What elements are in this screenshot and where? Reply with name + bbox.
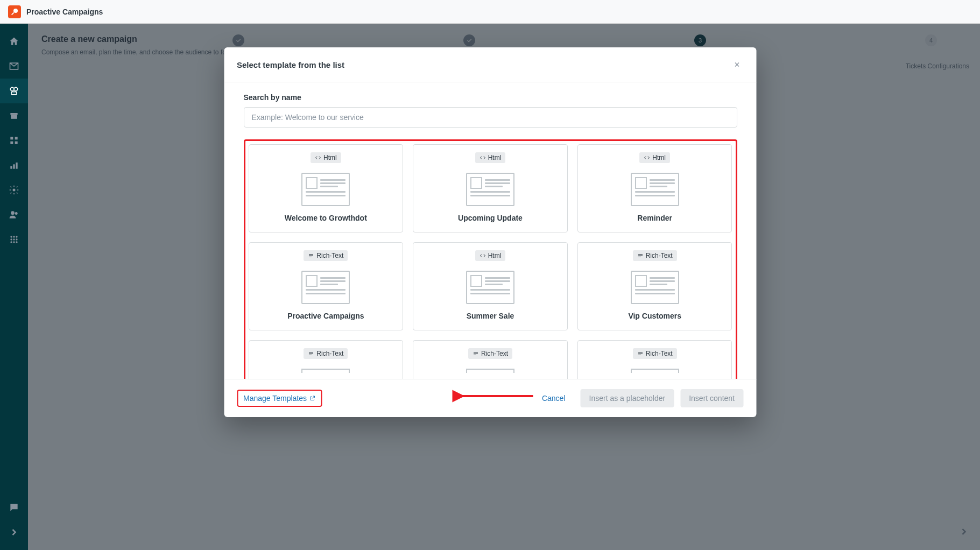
arrow-annotation	[452, 388, 538, 406]
template-type-badge: Rich-Text	[304, 250, 348, 261]
svg-point-22	[10, 241, 12, 243]
template-modal: Select template from the list Search by …	[224, 47, 756, 417]
template-type-badge: Html	[639, 152, 670, 163]
template-thumbnail	[630, 271, 679, 304]
template-name: Summer Sale	[466, 312, 514, 320]
sidebar-grid[interactable]	[0, 227, 28, 252]
template-type-badge: Html	[310, 152, 341, 163]
sidebar-settings[interactable]	[0, 178, 28, 202]
svg-rect-6	[10, 137, 13, 139]
svg-point-13	[13, 189, 16, 192]
template-type-badge: Rich-Text	[632, 250, 676, 261]
svg-rect-8	[10, 142, 13, 144]
template-card[interactable]: HtmlReminder	[577, 144, 732, 232]
sidebar-expand[interactable]	[0, 520, 28, 545]
modal-header: Select template from the list	[224, 47, 756, 82]
template-thumbnail	[301, 271, 350, 304]
template-thumbnail	[466, 173, 514, 206]
template-name: Welcome to Growthdot	[284, 214, 366, 222]
template-thumbnail	[466, 271, 514, 304]
svg-rect-10	[10, 166, 12, 169]
template-card[interactable]: HtmlWelcome to Growthdot	[248, 144, 403, 232]
close-icon[interactable]	[730, 58, 743, 71]
template-name: Upcoming Update	[458, 214, 523, 222]
template-thumbnail	[630, 369, 679, 373]
sidebar-users[interactable]	[0, 202, 28, 227]
external-link-icon	[309, 395, 315, 401]
modal-title: Select template from the list	[237, 60, 344, 69]
svg-point-17	[13, 236, 15, 237]
sidebar-chat[interactable]	[0, 495, 28, 520]
sidebar-home[interactable]	[0, 29, 28, 54]
template-card[interactable]: Rich-Text	[413, 340, 568, 379]
template-type-badge: Rich-Text	[468, 348, 512, 359]
svg-point-14	[11, 211, 15, 215]
sidebar-analytics[interactable]	[0, 153, 28, 178]
template-card[interactable]: Rich-TextProactive Campaigns	[248, 242, 403, 330]
manage-templates-link[interactable]: Manage Templates	[237, 390, 322, 407]
modal-body: Search by name HtmlWelcome to GrowthdotH…	[224, 82, 756, 379]
cancel-button[interactable]: Cancel	[533, 389, 574, 407]
template-type-badge: Html	[475, 152, 505, 163]
insert-content-button[interactable]: Insert content	[680, 389, 743, 407]
template-card[interactable]: HtmlUpcoming Update	[413, 144, 568, 232]
template-name: Vip Customers	[628, 312, 681, 320]
template-card[interactable]: Rich-Text	[577, 340, 732, 379]
svg-point-18	[16, 236, 17, 237]
svg-rect-9	[15, 142, 18, 144]
search-label: Search by name	[243, 93, 737, 102]
svg-point-23	[13, 241, 15, 243]
search-input[interactable]	[243, 107, 737, 128]
sidebar-apps[interactable]	[0, 128, 28, 153]
svg-rect-7	[15, 137, 18, 139]
svg-rect-12	[16, 163, 17, 169]
sidebar-archive[interactable]	[0, 103, 28, 128]
svg-rect-5	[11, 115, 17, 119]
topbar: Proactive Campaigns	[0, 0, 980, 24]
templates-grid-highlight: HtmlWelcome to GrowthdotHtmlUpcoming Upd…	[243, 139, 737, 379]
template-thumbnail	[630, 173, 679, 206]
template-thumbnail	[466, 369, 514, 373]
template-type-badge: Rich-Text	[304, 348, 348, 359]
template-card[interactable]: HtmlSummer Sale	[413, 242, 568, 330]
template-thumbnail	[301, 369, 350, 373]
svg-point-20	[13, 238, 15, 240]
svg-point-16	[10, 236, 12, 237]
template-card[interactable]: Rich-Text	[248, 340, 403, 379]
svg-point-19	[10, 238, 12, 240]
template-type-badge: Html	[475, 250, 505, 261]
svg-point-2	[14, 87, 18, 91]
templates-grid: HtmlWelcome to GrowthdotHtmlUpcoming Upd…	[248, 144, 732, 379]
app-logo	[8, 5, 21, 18]
template-card[interactable]: Rich-TextVip Customers	[577, 242, 732, 330]
svg-rect-11	[13, 164, 15, 168]
sidebar	[0, 24, 28, 550]
template-name: Proactive Campaigns	[287, 312, 364, 320]
template-type-badge: Rich-Text	[632, 348, 676, 359]
svg-point-21	[16, 238, 17, 240]
svg-rect-4	[10, 113, 17, 115]
template-name: Reminder	[637, 214, 672, 222]
svg-point-1	[10, 87, 14, 91]
sidebar-mail[interactable]	[0, 54, 28, 79]
sidebar-campaigns[interactable]	[0, 79, 28, 103]
svg-point-24	[16, 241, 17, 243]
insert-placeholder-button[interactable]: Insert as a placeholder	[581, 389, 674, 407]
modal-footer: Manage Templates Cancel Insert as a plac…	[224, 379, 756, 417]
template-thumbnail	[301, 173, 350, 206]
manage-templates-label: Manage Templates	[243, 394, 307, 403]
svg-point-15	[15, 212, 18, 215]
svg-point-0	[13, 9, 18, 13]
app-title: Proactive Campaigns	[26, 8, 103, 16]
svg-rect-3	[11, 92, 17, 95]
